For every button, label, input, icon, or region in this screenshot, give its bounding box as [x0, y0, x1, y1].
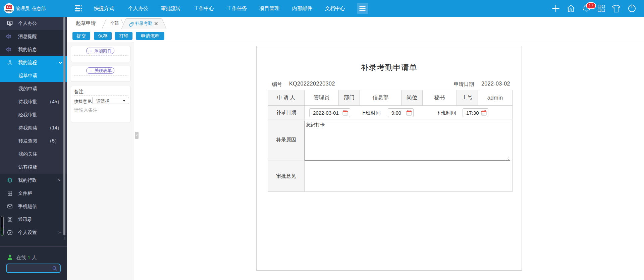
- svg-text:华天动力: 华天动力: [5, 10, 13, 12]
